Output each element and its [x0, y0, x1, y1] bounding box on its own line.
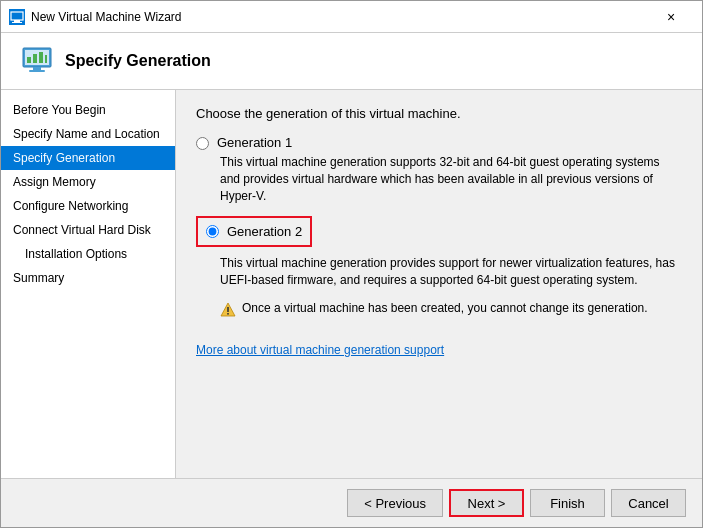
- sidebar-item-before-you-begin[interactable]: Before You Begin: [1, 98, 175, 122]
- generation2-radio[interactable]: [206, 225, 219, 238]
- warning-row: Once a virtual machine has been created,…: [220, 301, 682, 318]
- sidebar-item-summary[interactable]: Summary: [1, 266, 175, 290]
- svg-rect-8: [33, 54, 37, 63]
- generation2-selected-box: Generation 2: [196, 216, 312, 247]
- generation1-radio[interactable]: [196, 137, 209, 150]
- sidebar-item-assign-memory[interactable]: Assign Memory: [1, 170, 175, 194]
- window-title: New Virtual Machine Wizard: [31, 10, 648, 24]
- content-area: Before You Begin Specify Name and Locati…: [1, 90, 702, 478]
- sidebar-item-specify-generation[interactable]: Specify Generation: [1, 146, 175, 170]
- svg-rect-10: [45, 55, 47, 63]
- window-icon: [9, 9, 25, 25]
- sidebar-item-installation-options[interactable]: Installation Options: [1, 242, 175, 266]
- svg-rect-1: [14, 20, 20, 22]
- previous-button[interactable]: < Previous: [347, 489, 443, 517]
- footer: < Previous Next > Finish Cancel: [1, 478, 702, 527]
- sidebar-item-specify-name[interactable]: Specify Name and Location: [1, 122, 175, 146]
- generation1-row: Generation 1: [196, 135, 682, 150]
- svg-rect-13: [227, 313, 229, 315]
- page-title: Specify Generation: [65, 52, 211, 70]
- svg-rect-0: [11, 12, 23, 20]
- svg-rect-6: [29, 70, 45, 72]
- link-section: More about virtual machine generation su…: [196, 342, 682, 357]
- generation2-label[interactable]: Generation 2: [227, 224, 302, 239]
- intro-text: Choose the generation of this virtual ma…: [196, 106, 682, 121]
- header: Specify Generation: [1, 33, 702, 90]
- next-button[interactable]: Next >: [449, 489, 524, 517]
- close-button[interactable]: ×: [648, 1, 694, 33]
- wizard-window: New Virtual Machine Wizard × Specify Gen…: [0, 0, 703, 528]
- svg-rect-9: [39, 52, 43, 63]
- sidebar-item-configure-networking[interactable]: Configure Networking: [1, 194, 175, 218]
- finish-button[interactable]: Finish: [530, 489, 605, 517]
- header-icon: [21, 45, 53, 77]
- cancel-button[interactable]: Cancel: [611, 489, 686, 517]
- title-bar: New Virtual Machine Wizard ×: [1, 1, 702, 33]
- svg-rect-2: [12, 22, 22, 23]
- warning-text: Once a virtual machine has been created,…: [242, 301, 648, 315]
- sidebar-item-connect-vhd[interactable]: Connect Virtual Hard Disk: [1, 218, 175, 242]
- sidebar: Before You Begin Specify Name and Locati…: [1, 90, 176, 478]
- generation-support-link[interactable]: More about virtual machine generation su…: [196, 343, 444, 357]
- svg-rect-5: [33, 67, 41, 70]
- svg-rect-7: [27, 57, 31, 63]
- generation1-label[interactable]: Generation 1: [217, 135, 292, 150]
- generation2-description: This virtual machine generation provides…: [220, 255, 682, 289]
- generation1-description: This virtual machine generation supports…: [220, 154, 682, 204]
- main-content: Choose the generation of this virtual ma…: [176, 90, 702, 478]
- svg-rect-12: [227, 307, 229, 312]
- warning-icon: [220, 302, 236, 318]
